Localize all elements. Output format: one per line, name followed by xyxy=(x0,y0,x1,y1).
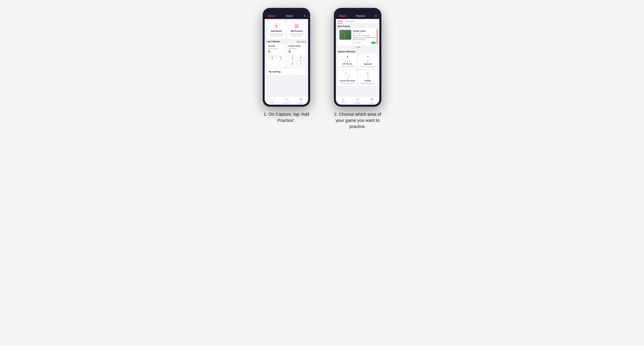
activity-title: Last 3 Months xyxy=(266,40,280,43)
golfer-silhouette-icon: 🏌 xyxy=(343,34,348,39)
arg-value: 0 xyxy=(290,63,295,65)
home-nav-icon-1: ⌂ xyxy=(271,98,273,101)
svg-point-11 xyxy=(347,61,348,62)
golf-bag-chevron: › xyxy=(303,70,304,73)
home-nav-label-2: Home xyxy=(341,102,345,104)
svg-point-13 xyxy=(367,56,368,57)
putt-value: 4 xyxy=(298,63,304,65)
practice-stat: Practice 0 xyxy=(277,55,284,60)
add-practice-card[interactable]: Add Practice Capture your practice off-t… xyxy=(287,21,306,39)
app-content-2: Most Popular 🏌 Wedge Ladder ☆ 50–100 yds… xyxy=(336,24,379,96)
svg-point-5 xyxy=(353,42,355,43)
featured-title-row: Wedge Ladder ☆ xyxy=(353,30,376,32)
logo-2: clippd xyxy=(338,14,346,17)
nav-activities-2[interactable]: Activities xyxy=(350,98,365,104)
golf-bag-label: My Golf Bag xyxy=(269,71,280,73)
activity-header: Last 3 Months View Activity xyxy=(265,39,308,43)
off-the-tee-title: Off The Tee xyxy=(342,63,352,65)
nav-home-1[interactable]: ⌂ Home xyxy=(265,98,279,104)
nav-home-2[interactable]: ⌂ Home xyxy=(336,98,350,104)
drills-capture-label: Drills Capture xyxy=(288,48,304,49)
around-the-green-title: Around The Green xyxy=(340,80,355,82)
svg-line-7 xyxy=(345,57,348,61)
app-badge: APP xyxy=(371,42,376,44)
red-sidebar xyxy=(377,28,378,45)
view-activity-link[interactable]: View Activity xyxy=(296,40,306,42)
svg-point-17 xyxy=(347,77,348,79)
rounds-box: Rounds Rounds Capture 0 Tournament 0 Pra… xyxy=(266,43,286,67)
tournament-stat: Tournament 0 xyxy=(268,55,276,60)
add-practice-subtitle: Capture your practice off-the-course xyxy=(288,33,304,37)
ott-value: 0 xyxy=(290,57,295,59)
off-the-tee-subtitle: Power and accuracy xyxy=(341,66,354,68)
practice-drills-box: Practice Drills Drills Capture 8 OTT 0 A… xyxy=(287,43,306,67)
around-the-green-subtitle: Hone your short game xyxy=(340,83,355,84)
bottom-nav-1: ⌂ Home Activities xyxy=(265,96,308,105)
phone-1-screen: clippd Home ≡ xyxy=(265,10,308,105)
putting-title: Putting xyxy=(365,80,371,82)
add-round-card[interactable]: Add Round Record your shots fast or enha… xyxy=(266,21,286,39)
svg-point-16 xyxy=(349,75,350,76)
cards-row: Add Round Record your shots fast or enha… xyxy=(265,19,308,39)
nav-capture-1[interactable]: Capture xyxy=(294,98,308,104)
practice-drills-title: Practice Drills xyxy=(288,45,304,47)
rounds-capture-label: Rounds Capture xyxy=(268,48,284,49)
dot-2 xyxy=(357,47,358,48)
header-title-1: Home xyxy=(286,14,293,17)
svg-point-10 xyxy=(345,61,346,62)
activities-nav-label-1: Activities xyxy=(283,102,290,104)
golf-bag-row[interactable]: My Golf Bag › xyxy=(266,69,306,75)
practice-label: Practice xyxy=(278,56,283,57)
drill-image: 🏌 xyxy=(340,30,351,40)
activities-nav-icon-2 xyxy=(356,98,359,102)
skill-around-the-green[interactable]: Around The Green Hone your short game xyxy=(338,70,357,86)
approach-title: Approach xyxy=(364,63,372,65)
status-bar-2 xyxy=(336,10,379,13)
capture-nav-label-1: Capture xyxy=(298,102,304,104)
activities-nav-label-2: Activities xyxy=(354,102,361,104)
svg-point-3 xyxy=(286,99,287,100)
tab-favourites[interactable]: Favourites xyxy=(346,19,355,23)
nav-capture-2[interactable]: Capture xyxy=(365,98,379,104)
add-practice-icon xyxy=(294,23,300,29)
svg-line-9 xyxy=(348,57,350,61)
tournament-label: Tournament xyxy=(269,56,276,57)
skill-putting[interactable]: Putting Make and lag practice xyxy=(358,70,378,86)
svg-point-14 xyxy=(367,60,368,62)
home-nav-label-1: Home xyxy=(270,102,274,104)
app-stat: APP 4 xyxy=(297,55,304,60)
phone-2-screen: clippd Practice ≡ Drills Favourites Most… xyxy=(336,10,379,105)
caption-1: 1. On Capture, tap 'Add Practice'. xyxy=(259,111,314,124)
phone-2-section: clippd Practice ≡ Drills Favourites Most… xyxy=(330,8,385,130)
tab-drills[interactable]: Drills xyxy=(338,19,343,23)
star-icon[interactable]: ☆ xyxy=(374,30,376,32)
skill-approach[interactable]: Approach Dial-in to hit the green xyxy=(358,53,378,69)
menu-icon-2[interactable]: ≡ xyxy=(375,14,376,17)
drills-capture-value: 8 xyxy=(288,50,304,54)
app-content-1: Add Round Record your shots fast or enha… xyxy=(265,19,308,96)
around-the-green-diagram xyxy=(344,72,352,79)
header-title-2: Practice xyxy=(356,14,365,17)
dot-3 xyxy=(359,47,360,48)
skill-off-the-tee[interactable]: Off The Tee Power and accuracy xyxy=(338,53,357,69)
tournament-value: 0 xyxy=(269,57,276,59)
menu-icon-1[interactable]: ≡ xyxy=(304,14,306,17)
stats-grid: Rounds Rounds Capture 0 Tournament 0 Pra… xyxy=(265,43,308,67)
practice-value: 0 xyxy=(278,57,283,59)
shots-count: 9 shots xyxy=(356,42,361,43)
explore-label: Explore skill areas xyxy=(336,49,379,53)
featured-card[interactable]: 🏌 Wedge Ladder ☆ 50–100 yds Play 1 shot … xyxy=(338,28,378,45)
capture-nav-label-2: Capture xyxy=(369,102,375,104)
phone-1-section: clippd Home ≡ xyxy=(259,8,314,124)
svg-point-0 xyxy=(276,27,276,27)
svg-point-15 xyxy=(346,73,346,73)
svg-point-12 xyxy=(350,61,350,62)
dot-1 xyxy=(355,47,356,48)
nav-activities-1[interactable]: Activities xyxy=(279,98,294,104)
capture-nav-icon-2 xyxy=(370,98,374,102)
add-round-subtitle: Record your shots fast or enhanced mode xyxy=(268,33,284,37)
capture-nav-icon-1 xyxy=(299,98,302,102)
svg-point-18 xyxy=(367,72,368,73)
status-bar-1 xyxy=(265,10,308,13)
off-the-tee-diagram xyxy=(344,55,352,62)
